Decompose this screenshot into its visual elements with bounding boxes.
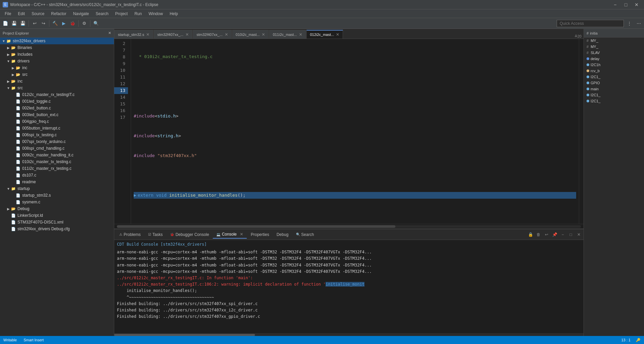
tree-item-src[interactable]: ▼ 📁 src — [0, 85, 114, 91]
editor-hscroll[interactable] — [114, 224, 584, 229]
view-button[interactable]: ⋯ — [635, 19, 643, 28]
outline-item-gpio[interactable]: GPIO — [584, 80, 644, 86]
run-button[interactable]: ▶ — [60, 19, 68, 28]
quick-access-input[interactable] — [557, 20, 624, 27]
outline-item-i2c1h[interactable]: I2C1h — [584, 62, 644, 68]
tab-011[interactable]: 011i2c_mast... ✕ — [269, 30, 306, 39]
tree-item-includes[interactable]: ▶ 📂 Includes — [0, 51, 114, 58]
outline-item-i2c1-3[interactable]: I2C1_ — [584, 98, 644, 104]
tree-item-stm32g[interactable]: 📄 STM32F407G-DISC1.xml — [0, 219, 114, 226]
bottom-tab-debug[interactable]: Debug — [273, 231, 292, 239]
tab-012[interactable]: 012i2c_mast... ✕ — [306, 30, 343, 39]
sidebar-close-icon[interactable]: ✕ — [108, 31, 111, 35]
save-all-button[interactable]: 💾 — [19, 19, 27, 28]
outline-item-delay[interactable]: delay — [584, 56, 644, 62]
tab-010[interactable]: 010i2c_mast... ✕ — [232, 30, 269, 39]
tree-item-012[interactable]: 📄 012i2c_master_rx_testingIT.c — [0, 91, 114, 98]
menu-navigate[interactable]: Navigate — [70, 9, 92, 18]
window-controls[interactable]: − □ ✕ — [610, 1, 641, 8]
tab-close-stm32f407-2[interactable]: ✕ — [225, 32, 228, 37]
menu-refactor[interactable]: Refactor — [48, 9, 70, 18]
outline-item-my2[interactable]: # MY_ — [584, 44, 644, 50]
close-button[interactable]: ✕ — [632, 1, 641, 8]
console-scrollbar[interactable] — [114, 333, 584, 336]
tree-item-startup[interactable]: ▼ 📁 startup — [0, 185, 114, 192]
tree-item-010[interactable]: 📄 010i2c_master_tx_testing.c — [0, 158, 114, 165]
close-panel-btn[interactable]: ✕ — [575, 231, 582, 238]
tree-arrow-debug: ▶ — [6, 207, 11, 211]
menu-run[interactable]: Run — [131, 9, 145, 18]
outline-item-my[interactable]: # MY_ — [584, 38, 644, 44]
maximize-button[interactable]: □ — [621, 1, 631, 8]
minimize-button[interactable]: − — [610, 1, 620, 8]
bottom-tab-tasks[interactable]: ☑ Tasks — [144, 231, 167, 239]
tree-item-005[interactable]: 📄 005button_interrupt.c — [0, 125, 114, 132]
bottom-tab-problems[interactable]: ⚠ Problems — [116, 231, 144, 239]
outline-item-main[interactable]: main — [584, 86, 644, 92]
tree-item-003[interactable]: 📄 003led_button_ext.c — [0, 111, 114, 118]
tab-close-stm32f407-1[interactable]: ✕ — [185, 32, 189, 37]
minimize-panel-btn[interactable]: − — [559, 231, 566, 238]
extern-tools-button[interactable]: ⚙ — [80, 19, 88, 28]
tree-item-009[interactable]: 📄 009i2c_master_handling_it.c — [0, 152, 114, 158]
tree-item-001[interactable]: 📄 001led_toggle.c — [0, 98, 114, 105]
perspective-button[interactable]: ⋮ — [625, 19, 633, 28]
save-button[interactable]: 💾 — [10, 19, 18, 28]
outline-item-i2c1-1[interactable]: I2C1_ — [584, 74, 644, 80]
tab-close-startup[interactable]: ✕ — [146, 32, 149, 37]
tab-stm32f407-1[interactable]: stm32f407xx_... ✕ — [154, 30, 192, 39]
search-button[interactable]: 🔍 — [92, 19, 100, 28]
tree-item-debug[interactable]: ▶ 📂 Debug — [0, 205, 114, 212]
clear-btn[interactable]: 🗑 — [535, 231, 542, 238]
tree-item-drivers[interactable]: ▼ 📁 drivers — [0, 58, 114, 64]
bottom-tab-properties[interactable]: Properties — [247, 231, 273, 239]
tree-item-006[interactable]: 📄 006spi_tx_testing.c — [0, 132, 114, 138]
maximize-panel-btn[interactable]: □ — [567, 231, 574, 238]
tree-item-ds107[interactable]: 📄 ds107.c — [0, 172, 114, 179]
tab-close-012[interactable]: ✕ — [336, 32, 339, 37]
build-button[interactable]: 🔨 — [51, 19, 59, 28]
tab-close-010[interactable]: ✕ — [262, 32, 265, 37]
debug-button[interactable]: 🐞 — [69, 19, 77, 28]
menu-search[interactable]: Search — [92, 9, 112, 18]
bottom-tab-debugger[interactable]: 🐞 Debugger Console — [166, 231, 213, 239]
word-wrap-btn[interactable]: ↩ — [543, 231, 550, 238]
tab-stm32f407-2[interactable]: stm32f407xx_... ✕ — [193, 30, 232, 39]
tree-item-inc[interactable]: ▶ 📂 inc — [0, 78, 114, 85]
outline-item-i2c1-2[interactable]: I2C1_ — [584, 92, 644, 98]
tab-close-011[interactable]: ✕ — [299, 32, 302, 37]
menu-source[interactable]: Source — [28, 9, 48, 18]
code-area[interactable]: * 010i2c_master_tx_testing.c #include<st… — [131, 39, 579, 224]
menu-file[interactable]: File — [1, 9, 14, 18]
pin-btn[interactable]: 📌 — [551, 231, 558, 238]
tab-startup[interactable]: startup_stm32.s ✕ — [114, 30, 153, 39]
tree-item-004[interactable]: 📄 004gpio_freq.c — [0, 118, 114, 125]
menu-project[interactable]: Project — [112, 9, 131, 18]
tree-item-readme[interactable]: 📄 readme — [0, 179, 114, 185]
tree-item-011[interactable]: 📄 011i2c_master_rx_testing.c — [0, 165, 114, 172]
bottom-tab-search[interactable]: 🔍 Search — [292, 231, 318, 239]
tree-item-linker[interactable]: 📄 LinkerScript.ld — [0, 212, 114, 219]
scroll-lock-btn[interactable]: 🔒 — [527, 231, 534, 238]
editor-scrollbar[interactable] — [579, 39, 584, 224]
bottom-tab-console[interactable]: 💻 Console ✕ — [213, 230, 247, 239]
tree-item-startup-s[interactable]: 📄 startup_stm32.s — [0, 192, 114, 199]
new-button[interactable]: 📄 — [1, 19, 9, 28]
tree-item-binaries[interactable]: ▶ 📂 Binaries — [0, 44, 114, 51]
bottom-tab-close-console[interactable]: ✕ — [240, 232, 243, 237]
menu-help[interactable]: Help — [166, 9, 181, 18]
menu-edit[interactable]: Edit — [14, 9, 28, 18]
tree-item-008[interactable]: 📄 008spi_cmd_handling.c — [0, 145, 114, 152]
tree-item-drivers-inc[interactable]: ▶ 📂 inc — [0, 64, 114, 71]
tree-item-drivers-src[interactable]: ▶ 📂 src — [0, 71, 114, 78]
tree-item-debug-cfg[interactable]: 📄 stm32f4xx_drivers Debug.cfg — [0, 226, 114, 232]
tree-item-002[interactable]: 📄 002led_button.c — [0, 105, 114, 111]
tree-item-007[interactable]: 📄 007spi_txonly_arduino.c — [0, 138, 114, 145]
outline-item-slav[interactable]: # SLAV — [584, 50, 644, 56]
back-button[interactable]: ↩ — [31, 19, 39, 28]
menu-window[interactable]: Window — [145, 9, 166, 18]
outline-item-rcvb[interactable]: rcv_b — [584, 68, 644, 74]
tree-item-sysmem[interactable]: 📄 sysmem.c — [0, 199, 114, 205]
forward-button[interactable]: ↪ — [39, 19, 47, 28]
tree-item-root[interactable]: ▼ 📁 stm32f4xx_drivers — [0, 38, 114, 44]
